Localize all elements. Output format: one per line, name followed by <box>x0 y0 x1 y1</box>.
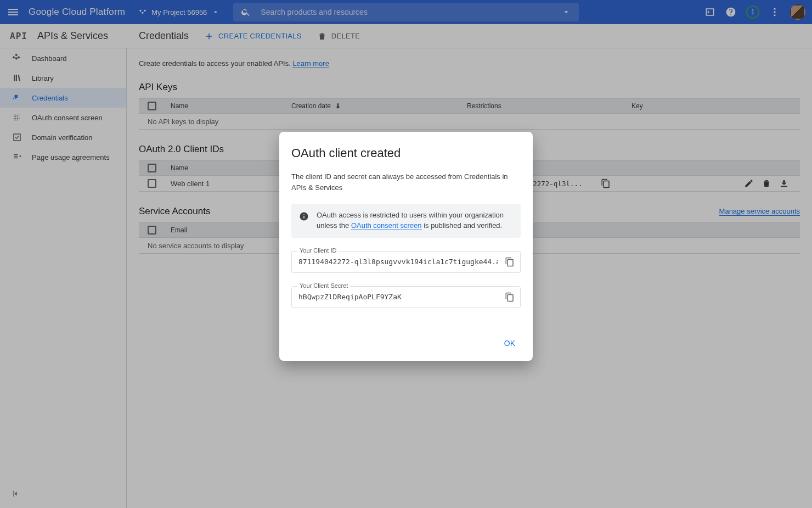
oauth-created-dialog: OAuth client created The client ID and s… <box>279 132 533 361</box>
copy-icon[interactable] <box>505 292 515 302</box>
info-icon <box>299 211 309 221</box>
consent-link[interactable]: OAuth consent screen <box>351 221 422 230</box>
client-id-label: Your Client ID <box>297 247 339 254</box>
ok-button[interactable]: OK <box>499 334 521 352</box>
copy-icon[interactable] <box>505 257 515 267</box>
client-id-field: Your Client ID 871194042272-ql3l8psugvvv… <box>291 251 521 273</box>
client-secret-label: Your Client Secret <box>297 282 350 289</box>
info-card: OAuth access is restricted to users with… <box>291 204 521 238</box>
client-secret-value[interactable]: hBQwpzZlDReqipAoPLF9YZaK <box>298 293 402 301</box>
client-secret-field: Your Client Secret hBQwpzZlDReqipAoPLF9Y… <box>291 286 521 308</box>
dialog-title: OAuth client created <box>291 146 521 160</box>
dialog-body: The client ID and secret can always be a… <box>291 171 521 193</box>
client-id-value[interactable]: 871194042272-ql3l8psugvvvk194icla1c7tigu… <box>298 258 498 266</box>
modal-scrim[interactable]: OAuth client created The client ID and s… <box>0 0 812 508</box>
